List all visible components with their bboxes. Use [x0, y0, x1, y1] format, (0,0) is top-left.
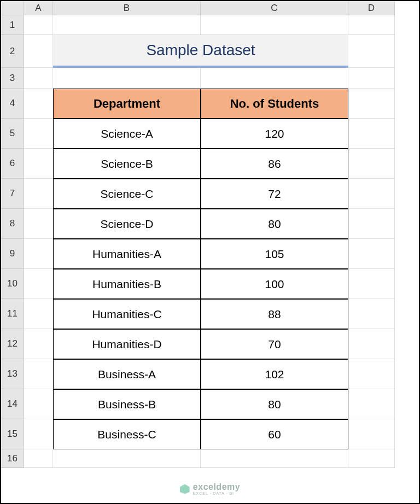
row-header-8[interactable]: 8	[1, 209, 24, 239]
table-row[interactable]: Humanities-D	[53, 329, 201, 359]
cell-A16[interactable]	[24, 449, 53, 468]
cell-D1[interactable]	[348, 15, 395, 35]
cell-D11[interactable]	[348, 299, 395, 329]
table-row[interactable]: Business-C	[53, 419, 201, 449]
table-row[interactable]: 80	[201, 209, 348, 239]
row-header-7[interactable]: 7	[1, 179, 24, 209]
cell-A3[interactable]	[24, 68, 53, 89]
table-row[interactable]: 70	[201, 329, 348, 359]
col-header-B[interactable]: B	[53, 1, 201, 15]
watermark: exceldemy EXCEL · DATA · BI	[180, 483, 240, 495]
cell-D14[interactable]	[348, 389, 395, 419]
table-row[interactable]: Humanities-A	[53, 239, 201, 269]
table-row[interactable]: 120	[201, 119, 348, 149]
row-header-15[interactable]: 15	[1, 419, 24, 449]
exceldemy-logo-icon	[180, 484, 190, 494]
table-row[interactable]: 72	[201, 179, 348, 209]
row-header-10[interactable]: 10	[1, 269, 24, 299]
cell-A6[interactable]	[24, 149, 53, 179]
cell-D5[interactable]	[348, 119, 395, 149]
table-row[interactable]: Humanities-C	[53, 299, 201, 329]
cell-D12[interactable]	[348, 329, 395, 359]
table-row[interactable]: 86	[201, 149, 348, 179]
row-header-2[interactable]: 2	[1, 35, 24, 68]
table-header-students[interactable]: No. of Students	[201, 89, 348, 119]
cell-A10[interactable]	[24, 269, 53, 299]
cell-D2[interactable]	[348, 35, 395, 68]
cell-A4[interactable]	[24, 89, 53, 119]
table-row[interactable]: Science-B	[53, 149, 201, 179]
cell-D9[interactable]	[348, 239, 395, 269]
cell-D7[interactable]	[348, 179, 395, 209]
row-header-9[interactable]: 9	[1, 239, 24, 269]
row-header-13[interactable]: 13	[1, 359, 24, 389]
cell-A7[interactable]	[24, 179, 53, 209]
table-row[interactable]: 60	[201, 419, 348, 449]
row-header-3[interactable]: 3	[1, 68, 24, 89]
cell-B1[interactable]	[53, 15, 201, 35]
cell-C1[interactable]	[201, 15, 348, 35]
row-header-4[interactable]: 4	[1, 89, 24, 119]
col-header-A[interactable]: A	[24, 1, 53, 15]
table-row[interactable]: 105	[201, 239, 348, 269]
cell-A1[interactable]	[24, 15, 53, 35]
cell-A14[interactable]	[24, 389, 53, 419]
table-row[interactable]: Science-C	[53, 179, 201, 209]
cell-B3[interactable]	[53, 68, 201, 89]
cell-D3[interactable]	[348, 68, 395, 89]
table-row[interactable]: Humanities-B	[53, 269, 201, 299]
cell-A12[interactable]	[24, 329, 53, 359]
cell-D6[interactable]	[348, 149, 395, 179]
cell-A9[interactable]	[24, 239, 53, 269]
row-header-14[interactable]: 14	[1, 389, 24, 419]
cell-A11[interactable]	[24, 299, 53, 329]
watermark-tagline: EXCEL · DATA · BI	[193, 491, 240, 495]
cell-A13[interactable]	[24, 359, 53, 389]
row-header-5[interactable]: 5	[1, 119, 24, 149]
cell-D13[interactable]	[348, 359, 395, 389]
row-header-12[interactable]: 12	[1, 329, 24, 359]
row-header-11[interactable]: 11	[1, 299, 24, 329]
cell-D15[interactable]	[348, 419, 395, 449]
cell-B16[interactable]	[53, 449, 201, 468]
cell-C16[interactable]	[201, 449, 348, 468]
select-all-corner[interactable]	[1, 1, 24, 15]
spreadsheet-grid: A B C D 1 2 Sample Dataset 3 4 Departmen…	[1, 1, 419, 449]
table-row[interactable]: Science-A	[53, 119, 201, 149]
table-row[interactable]: Business-A	[53, 359, 201, 389]
watermark-brand: exceldemy	[193, 483, 240, 491]
table-row[interactable]: 102	[201, 359, 348, 389]
cell-D8[interactable]	[348, 209, 395, 239]
cell-A15[interactable]	[24, 419, 53, 449]
cell-C3[interactable]	[201, 68, 348, 89]
cell-D10[interactable]	[348, 269, 395, 299]
cell-A5[interactable]	[24, 119, 53, 149]
sheet-title: Sample Dataset	[53, 35, 348, 68]
cell-D16[interactable]	[348, 449, 395, 468]
row-header-16[interactable]: 16	[1, 449, 24, 468]
cell-A2[interactable]	[24, 35, 53, 68]
cell-D4[interactable]	[348, 89, 395, 119]
table-row[interactable]: 88	[201, 299, 348, 329]
cell-A8[interactable]	[24, 209, 53, 239]
row-header-1[interactable]: 1	[1, 15, 24, 35]
table-row[interactable]: Science-D	[53, 209, 201, 239]
table-row[interactable]: 100	[201, 269, 348, 299]
row-header-6[interactable]: 6	[1, 149, 24, 179]
table-row[interactable]: 80	[201, 389, 348, 419]
col-header-C[interactable]: C	[201, 1, 348, 15]
col-header-D[interactable]: D	[348, 1, 395, 15]
table-header-department[interactable]: Department	[53, 89, 201, 119]
table-row[interactable]: Business-B	[53, 389, 201, 419]
